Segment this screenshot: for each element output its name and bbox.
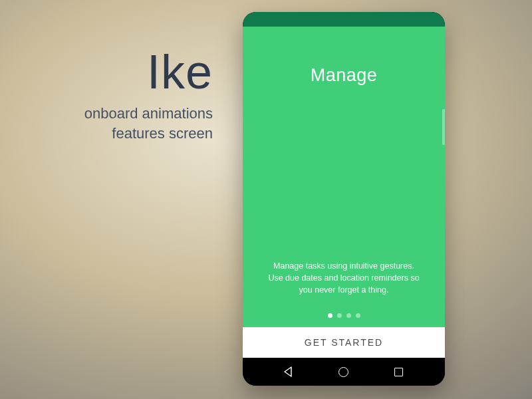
home-icon[interactable] <box>337 365 350 378</box>
onboarding-title: Manage <box>243 65 445 86</box>
scroll-indicator <box>442 109 445 145</box>
page-dot[interactable] <box>337 313 342 318</box>
back-icon[interactable] <box>282 365 295 378</box>
app-name: Ike <box>40 48 213 96</box>
status-bar <box>243 12 445 27</box>
onboarding-description: Manage tasks using intuitive gestures. U… <box>243 260 445 296</box>
phone-frame: Manage Manage tasks using intuitive gest… <box>243 12 445 386</box>
tagline-line-2: features screen <box>40 124 213 144</box>
tagline: onboard animations features screen <box>40 104 213 143</box>
recents-icon[interactable] <box>392 365 406 378</box>
page-indicator <box>243 313 445 318</box>
page-dot[interactable] <box>346 313 351 318</box>
onboarding-screen[interactable]: Manage Manage tasks using intuitive gest… <box>243 27 445 358</box>
get-started-button[interactable]: GET STARTED <box>243 327 445 358</box>
android-nav-bar <box>243 358 445 386</box>
page-dot[interactable] <box>356 313 360 318</box>
tagline-line-1: onboard animations <box>40 104 213 124</box>
promo-block: Ike onboard animations features screen <box>40 48 213 143</box>
page-dot[interactable] <box>328 313 332 318</box>
